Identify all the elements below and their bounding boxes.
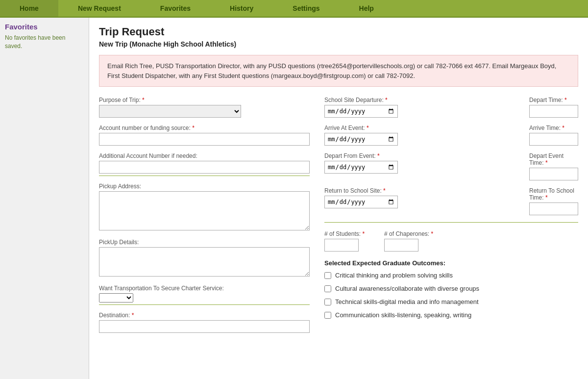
additional-account-label: Additional Account Number if needed:: [99, 152, 310, 159]
return-school-date[interactable]: [324, 196, 398, 208]
school-departure-row: School Site Departure: * Depart Time: *: [324, 97, 578, 118]
depart-time-label: Depart Time: *: [529, 97, 578, 103]
account-label: Account number or funding source: *: [99, 125, 310, 131]
school-site-group: School Site Departure: *: [324, 97, 521, 118]
outcome-label-0: Critical thinking and problem solving sk…: [335, 272, 453, 279]
nav-history[interactable]: History: [210, 0, 273, 17]
form-right: School Site Departure: * Depart Time: *: [324, 97, 578, 340]
account-input[interactable]: [99, 133, 310, 146]
chaperones-input[interactable]: [384, 239, 418, 252]
depart-event-time-label: Depart Event Time: *: [529, 152, 578, 166]
account-group: Account number or funding source: *: [99, 125, 310, 146]
chaperones-group: # of Chaperones: *: [384, 230, 433, 252]
additional-account-group: Additional Account Number if needed:: [99, 152, 310, 176]
school-site-date[interactable]: [324, 105, 398, 118]
depart-event-time-group: Depart Event Time: *: [529, 152, 578, 180]
depart-from-label: Depart From Event: *: [324, 152, 521, 159]
arrive-event-label: Arrive At Event: *: [324, 125, 521, 131]
return-time-input[interactable]: [529, 202, 578, 215]
depart-from-group: Depart From Event: *: [324, 152, 521, 180]
outcome-checkbox-1[interactable]: [324, 285, 331, 292]
charter-select[interactable]: Yes No: [99, 293, 133, 303]
school-site-label: School Site Departure: *: [324, 97, 521, 103]
charter-group: Want Transportation To Secure Charter Se…: [99, 285, 310, 305]
depart-from-date[interactable]: [324, 161, 398, 174]
destination-group: Destination: *: [99, 312, 310, 333]
outcome-checkbox-2[interactable]: [324, 299, 331, 305]
outcome-item-2: Technical skills-digital media and info …: [324, 298, 578, 305]
return-time-group: Return To School Time: *: [529, 187, 578, 215]
form-left: Purpose of Trip: * Account number or fun…: [99, 97, 310, 340]
arrive-event-group: Arrive At Event: *: [324, 125, 521, 146]
outcome-label-2: Technical skills-digital media and info …: [335, 298, 479, 305]
pickup-address-label: Pickup Address:: [99, 183, 310, 190]
purpose-select[interactable]: [99, 105, 241, 118]
depart-event-time-input[interactable]: [529, 168, 578, 180]
students-label: # of Students: *: [324, 230, 365, 237]
page-subtitle: New Trip (Monache High School Athletics): [99, 40, 578, 48]
students-group: # of Students: *: [324, 230, 365, 252]
outcomes-title: Selected Expected Graduate Outcomes:: [324, 259, 578, 267]
page-title: Trip Request: [99, 25, 578, 38]
form-grid: Purpose of Trip: * Account number or fun…: [99, 97, 578, 340]
students-input[interactable]: [324, 239, 359, 252]
purpose-label: Purpose of Trip: *: [99, 97, 310, 103]
nav-help[interactable]: Help: [340, 0, 393, 17]
additional-account-input[interactable]: [99, 161, 310, 174]
return-school-label: Return to School Site: *: [324, 187, 521, 194]
outcome-item-3: Communication skills-listening, speaking…: [324, 311, 578, 319]
sidebar-title: Favorites: [5, 23, 84, 31]
arrive-time-input[interactable]: [529, 133, 578, 146]
charter-label: Want Transportation To Secure Charter Se…: [99, 285, 310, 292]
depart-time-group: Depart Time: *: [529, 97, 578, 118]
outcome-item-1: Cultural awareness/collaborate with dive…: [324, 285, 578, 292]
arrive-event-row: Arrive At Event: * Arrive Time: *: [324, 125, 578, 146]
main-content: Trip Request New Trip (Monache High Scho…: [89, 18, 588, 379]
return-school-row: Return to School Site: * Return To Schoo…: [324, 187, 578, 215]
return-time-label: Return To School Time: *: [529, 187, 578, 201]
pickup-details-input[interactable]: [99, 247, 310, 277]
pickup-address-group: Pickup Address:: [99, 183, 310, 232]
nav-settings[interactable]: Settings: [273, 0, 339, 17]
outcome-checkbox-3[interactable]: [324, 312, 331, 319]
outcome-label-3: Communication skills-listening, speaking…: [335, 311, 471, 319]
outcome-item-0: Critical thinking and problem solving sk…: [324, 272, 578, 279]
outcome-label-1: Cultural awareness/collaborate with dive…: [335, 285, 479, 292]
pickup-address-input[interactable]: [99, 191, 310, 230]
nav-home[interactable]: Home: [0, 0, 58, 17]
pickup-details-group: PickUp Details:: [99, 239, 310, 278]
destination-input[interactable]: [99, 320, 310, 333]
depart-time-input[interactable]: [529, 105, 578, 118]
depart-event-row: Depart From Event: * Depart Event Time: …: [324, 152, 578, 180]
chaperones-label: # of Chaperones: *: [384, 230, 433, 237]
nav-new-request[interactable]: New Request: [58, 0, 141, 17]
arrive-time-group: Arrive Time: *: [529, 125, 578, 146]
nav-favorites[interactable]: Favorites: [141, 0, 210, 17]
sidebar: Favorites No favorites have been saved.: [0, 18, 89, 379]
arrive-event-date[interactable]: [324, 133, 398, 146]
arrive-time-label: Arrive Time: *: [529, 125, 578, 131]
sidebar-message: No favorites have been saved.: [5, 34, 84, 51]
destination-label: Destination: *: [99, 312, 310, 319]
notice-box: Email Rich Tree, PUSD Transportation Dir…: [99, 55, 578, 87]
main-navigation: Home New Request Favorites History Setti…: [0, 0, 588, 18]
return-school-group: Return to School Site: *: [324, 187, 521, 215]
purpose-group: Purpose of Trip: *: [99, 97, 310, 118]
outcome-checkbox-0[interactable]: [324, 272, 331, 279]
pickup-details-label: PickUp Details:: [99, 239, 310, 246]
students-chaperones-row: # of Students: * # of Chaperones: *: [324, 230, 578, 252]
